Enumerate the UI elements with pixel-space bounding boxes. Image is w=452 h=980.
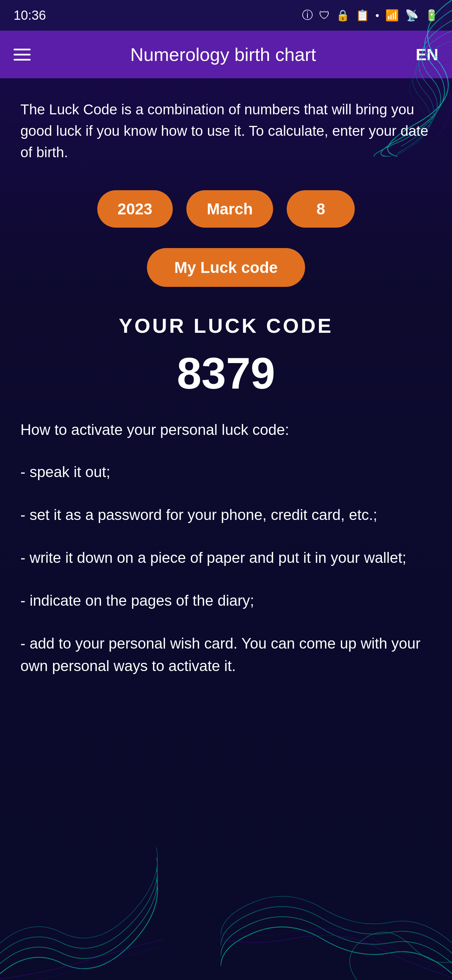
hamburger-line-3 xyxy=(14,59,31,60)
status-bar: 10:36 ⓘ 🛡 🔒 📋 • 📶 📡 🔋 xyxy=(0,0,452,30)
deco-waves-bottom-left xyxy=(0,844,163,980)
instruction-item-4: - indicate on the pages of the diary; xyxy=(21,589,431,612)
instruction-item-2: - set it as a password for your phone, c… xyxy=(21,504,431,526)
file-icon: 📋 xyxy=(356,9,370,22)
battery-icon: 🔋 xyxy=(425,9,438,22)
date-selectors: 2023 March 8 xyxy=(17,190,435,228)
info-icon: ⓘ xyxy=(302,8,313,23)
luck-code-label: YOUR LUCK CODE xyxy=(17,314,435,337)
instructions-section: How to activate your personal luck code:… xyxy=(17,419,435,677)
shield-icon: 🛡 xyxy=(319,9,330,22)
language-button[interactable]: EN xyxy=(416,45,438,64)
hamburger-line-2 xyxy=(14,54,31,56)
wifi-icon: 📶 xyxy=(385,9,399,22)
hamburger-menu[interactable] xyxy=(14,49,31,60)
month-selector[interactable]: March xyxy=(186,190,273,228)
my-luck-code-button[interactable]: My Luck code xyxy=(147,248,305,287)
instructions-title: How to activate your personal luck code: xyxy=(21,419,431,440)
year-selector[interactable]: 2023 xyxy=(97,190,173,228)
day-selector[interactable]: 8 xyxy=(287,190,355,228)
hamburger-line-1 xyxy=(14,49,31,50)
luck-code-number: 8379 xyxy=(17,348,435,399)
signal-icon: 📡 xyxy=(405,9,419,22)
instruction-item-1: - speak it out; xyxy=(21,461,431,483)
luck-code-section: YOUR LUCK CODE 8379 xyxy=(17,314,435,399)
dot-icon: • xyxy=(376,9,379,22)
description-text: The Luck Code is a combination of number… xyxy=(17,99,435,163)
page-wrapper: 10:36 ⓘ 🛡 🔒 📋 • 📶 📡 🔋 Numerology birth c… xyxy=(0,0,452,980)
deco-waves-bottom-right xyxy=(221,810,452,980)
status-time: 10:36 xyxy=(14,8,46,23)
vpn-icon: 🔒 xyxy=(336,9,350,22)
status-icons: ⓘ 🛡 🔒 📋 • 📶 📡 🔋 xyxy=(302,8,438,23)
instruction-item-5: - add to your personal wish card. You ca… xyxy=(21,632,431,677)
instruction-item-3: - write it down on a piece of paper and … xyxy=(21,546,431,569)
page-title: Numerology birth chart xyxy=(31,44,416,65)
nav-bar: Numerology birth chart EN xyxy=(0,30,452,78)
main-content: The Luck Code is a combination of number… xyxy=(0,78,452,718)
